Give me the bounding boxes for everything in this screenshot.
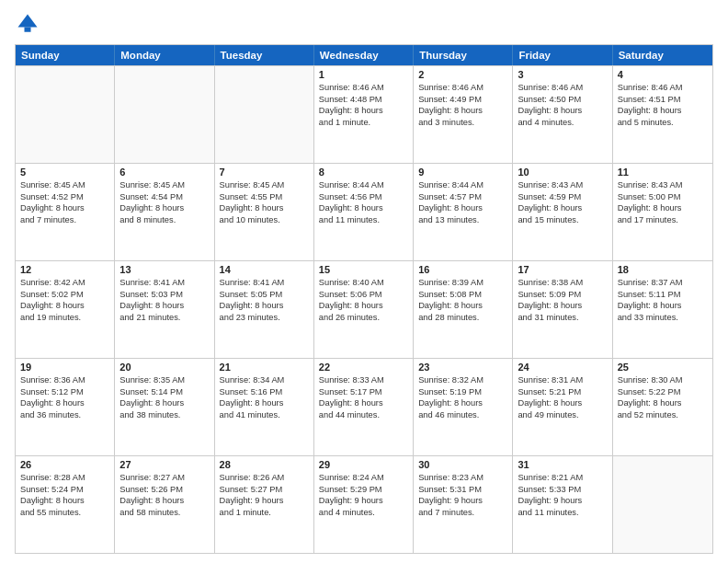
logo-icon	[15, 11, 40, 37]
calendar-cell-24: 24Sunrise: 8:31 AM Sunset: 5:21 PM Dayli…	[513, 359, 612, 455]
calendar: SundayMondayTuesdayWednesdayThursdayFrid…	[15, 44, 713, 554]
day-number: 26	[20, 459, 109, 470]
calendar-body: 1Sunrise: 8:46 AM Sunset: 4:48 PM Daylig…	[16, 65, 712, 553]
cell-info: Sunrise: 8:46 AM Sunset: 4:48 PM Dayligh…	[319, 82, 408, 128]
cell-info: Sunrise: 8:36 AM Sunset: 5:12 PM Dayligh…	[20, 374, 109, 420]
calendar-cell-20: 20Sunrise: 8:35 AM Sunset: 5:14 PM Dayli…	[115, 359, 214, 455]
header-day-thursday: Thursday	[414, 45, 513, 65]
day-number: 11	[618, 167, 708, 178]
calendar-cell-10: 10Sunrise: 8:43 AM Sunset: 4:59 PM Dayli…	[513, 164, 612, 260]
svg-marker-0	[18, 15, 38, 28]
day-number: 29	[319, 459, 408, 470]
day-number: 8	[319, 167, 408, 178]
day-number: 27	[119, 459, 209, 470]
day-number: 19	[20, 362, 109, 373]
header-day-saturday: Saturday	[613, 45, 712, 65]
calendar-cell-empty	[613, 456, 712, 553]
cell-info: Sunrise: 8:34 AM Sunset: 5:16 PM Dayligh…	[220, 374, 309, 420]
cell-info: Sunrise: 8:30 AM Sunset: 5:22 PM Dayligh…	[618, 374, 708, 420]
calendar-cell-empty	[16, 66, 115, 163]
calendar-cell-4: 4Sunrise: 8:46 AM Sunset: 4:51 PM Daylig…	[613, 66, 712, 163]
calendar-cell-21: 21Sunrise: 8:34 AM Sunset: 5:16 PM Dayli…	[215, 359, 314, 455]
cell-info: Sunrise: 8:45 AM Sunset: 4:55 PM Dayligh…	[220, 179, 309, 225]
header-day-friday: Friday	[513, 45, 612, 65]
calendar-cell-18: 18Sunrise: 8:37 AM Sunset: 5:11 PM Dayli…	[613, 261, 712, 358]
calendar-cell-16: 16Sunrise: 8:39 AM Sunset: 5:08 PM Dayli…	[414, 261, 513, 358]
day-number: 22	[319, 362, 408, 373]
calendar-cell-27: 27Sunrise: 8:27 AM Sunset: 5:26 PM Dayli…	[115, 456, 214, 553]
day-number: 30	[418, 459, 507, 470]
calendar-cell-12: 12Sunrise: 8:42 AM Sunset: 5:02 PM Dayli…	[16, 261, 115, 358]
cell-info: Sunrise: 8:41 AM Sunset: 5:05 PM Dayligh…	[220, 277, 309, 323]
calendar-row-0: 1Sunrise: 8:46 AM Sunset: 4:48 PM Daylig…	[16, 65, 712, 163]
day-number: 23	[418, 362, 507, 373]
svg-rect-1	[25, 28, 31, 32]
day-number: 9	[418, 167, 507, 178]
calendar-cell-2: 2Sunrise: 8:46 AM Sunset: 4:49 PM Daylig…	[414, 66, 513, 163]
day-number: 25	[618, 362, 708, 373]
cell-info: Sunrise: 8:46 AM Sunset: 4:49 PM Dayligh…	[418, 82, 507, 128]
cell-info: Sunrise: 8:40 AM Sunset: 5:06 PM Dayligh…	[319, 277, 408, 323]
calendar-cell-3: 3Sunrise: 8:46 AM Sunset: 4:50 PM Daylig…	[513, 66, 612, 163]
header-day-sunday: Sunday	[16, 45, 115, 65]
cell-info: Sunrise: 8:45 AM Sunset: 4:52 PM Dayligh…	[20, 179, 109, 225]
cell-info: Sunrise: 8:35 AM Sunset: 5:14 PM Dayligh…	[119, 374, 209, 420]
day-number: 12	[20, 264, 109, 275]
page: SundayMondayTuesdayWednesdayThursdayFrid…	[0, 0, 728, 563]
header	[15, 11, 713, 37]
cell-info: Sunrise: 8:39 AM Sunset: 5:08 PM Dayligh…	[418, 277, 507, 323]
day-number: 20	[119, 362, 209, 373]
day-number: 5	[20, 167, 109, 178]
calendar-cell-6: 6Sunrise: 8:45 AM Sunset: 4:54 PM Daylig…	[115, 164, 214, 260]
calendar-cell-14: 14Sunrise: 8:41 AM Sunset: 5:05 PM Dayli…	[215, 261, 314, 358]
calendar-cell-29: 29Sunrise: 8:24 AM Sunset: 5:29 PM Dayli…	[314, 456, 414, 553]
calendar-row-4: 26Sunrise: 8:28 AM Sunset: 5:24 PM Dayli…	[16, 455, 712, 553]
cell-info: Sunrise: 8:38 AM Sunset: 5:09 PM Dayligh…	[518, 277, 607, 323]
day-number: 31	[518, 459, 607, 470]
cell-info: Sunrise: 8:44 AM Sunset: 4:56 PM Dayligh…	[319, 179, 408, 225]
cell-info: Sunrise: 8:43 AM Sunset: 5:00 PM Dayligh…	[618, 179, 708, 225]
cell-info: Sunrise: 8:41 AM Sunset: 5:03 PM Dayligh…	[119, 277, 209, 323]
calendar-cell-empty	[115, 66, 214, 163]
calendar-cell-26: 26Sunrise: 8:28 AM Sunset: 5:24 PM Dayli…	[16, 456, 115, 553]
calendar-cell-23: 23Sunrise: 8:32 AM Sunset: 5:19 PM Dayli…	[414, 359, 513, 455]
cell-info: Sunrise: 8:46 AM Sunset: 4:50 PM Dayligh…	[518, 82, 607, 128]
calendar-cell-15: 15Sunrise: 8:40 AM Sunset: 5:06 PM Dayli…	[314, 261, 414, 358]
cell-info: Sunrise: 8:42 AM Sunset: 5:02 PM Dayligh…	[20, 277, 109, 323]
calendar-cell-17: 17Sunrise: 8:38 AM Sunset: 5:09 PM Dayli…	[513, 261, 612, 358]
cell-info: Sunrise: 8:31 AM Sunset: 5:21 PM Dayligh…	[518, 374, 607, 420]
calendar-cell-28: 28Sunrise: 8:26 AM Sunset: 5:27 PM Dayli…	[215, 456, 314, 553]
cell-info: Sunrise: 8:23 AM Sunset: 5:31 PM Dayligh…	[418, 472, 507, 518]
header-day-tuesday: Tuesday	[215, 45, 314, 65]
calendar-cell-8: 8Sunrise: 8:44 AM Sunset: 4:56 PM Daylig…	[314, 164, 414, 260]
day-number: 14	[220, 264, 309, 275]
day-number: 21	[220, 362, 309, 373]
calendar-row-3: 19Sunrise: 8:36 AM Sunset: 5:12 PM Dayli…	[16, 358, 712, 455]
day-number: 28	[220, 459, 309, 470]
header-day-monday: Monday	[115, 45, 214, 65]
calendar-cell-31: 31Sunrise: 8:21 AM Sunset: 5:33 PM Dayli…	[513, 456, 612, 553]
cell-info: Sunrise: 8:37 AM Sunset: 5:11 PM Dayligh…	[618, 277, 708, 323]
cell-info: Sunrise: 8:32 AM Sunset: 5:19 PM Dayligh…	[418, 374, 507, 420]
calendar-cell-7: 7Sunrise: 8:45 AM Sunset: 4:55 PM Daylig…	[215, 164, 314, 260]
cell-info: Sunrise: 8:45 AM Sunset: 4:54 PM Dayligh…	[119, 179, 209, 225]
cell-info: Sunrise: 8:21 AM Sunset: 5:33 PM Dayligh…	[518, 472, 607, 518]
day-number: 2	[418, 69, 507, 80]
day-number: 24	[518, 362, 607, 373]
day-number: 3	[518, 69, 607, 80]
day-number: 17	[518, 264, 607, 275]
calendar-cell-11: 11Sunrise: 8:43 AM Sunset: 5:00 PM Dayli…	[613, 164, 712, 260]
calendar-cell-1: 1Sunrise: 8:46 AM Sunset: 4:48 PM Daylig…	[314, 66, 414, 163]
day-number: 6	[119, 167, 209, 178]
day-number: 10	[518, 167, 607, 178]
calendar-cell-9: 9Sunrise: 8:44 AM Sunset: 4:57 PM Daylig…	[414, 164, 513, 260]
day-number: 16	[418, 264, 507, 275]
calendar-cell-5: 5Sunrise: 8:45 AM Sunset: 4:52 PM Daylig…	[16, 164, 115, 260]
day-number: 13	[119, 264, 209, 275]
day-number: 18	[618, 264, 708, 275]
day-number: 4	[618, 69, 708, 80]
logo	[15, 11, 44, 37]
calendar-row-1: 5Sunrise: 8:45 AM Sunset: 4:52 PM Daylig…	[16, 163, 712, 260]
calendar-row-2: 12Sunrise: 8:42 AM Sunset: 5:02 PM Dayli…	[16, 260, 712, 358]
cell-info: Sunrise: 8:27 AM Sunset: 5:26 PM Dayligh…	[119, 472, 209, 518]
